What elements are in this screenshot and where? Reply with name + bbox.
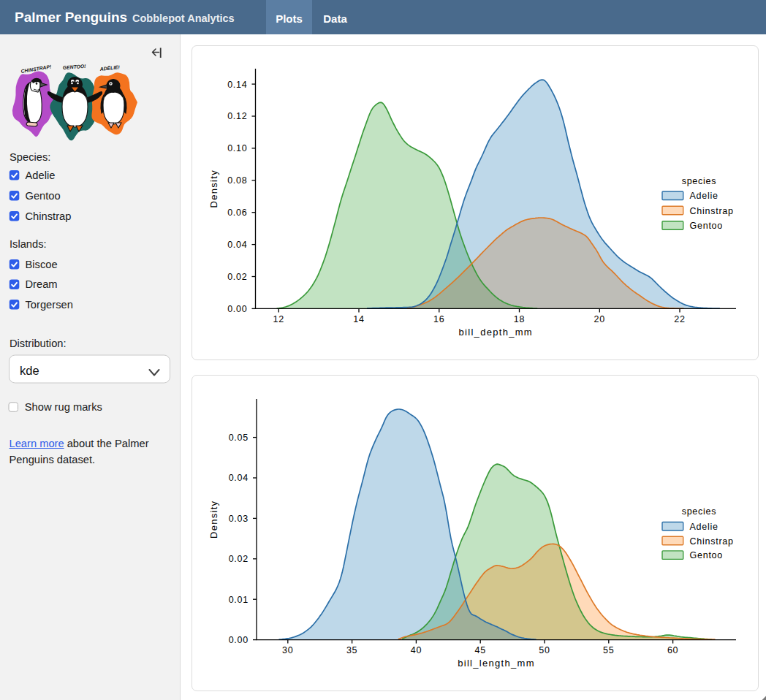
svg-text:Chinstrap: Chinstrap [26, 210, 72, 222]
svg-text:40: 40 [411, 645, 422, 655]
svg-text:12: 12 [273, 314, 284, 324]
svg-text:Gentoo: Gentoo [690, 550, 724, 560]
svg-text:ADĒLIE!: ADĒLIE! [99, 64, 120, 72]
svg-text:14: 14 [353, 314, 364, 324]
svg-text:Gentoo: Gentoo [690, 221, 724, 231]
svg-text:species: species [682, 506, 717, 517]
svg-text:0.05: 0.05 [229, 433, 249, 443]
svg-text:0.04: 0.04 [229, 473, 249, 483]
svg-text:kde: kde [20, 364, 39, 377]
svg-text:Adelie: Adelie [690, 191, 718, 201]
svg-text:GENTOO!: GENTOO! [63, 64, 87, 70]
svg-text:22: 22 [674, 314, 685, 324]
svg-text:55: 55 [603, 645, 614, 655]
svg-text:18: 18 [514, 314, 525, 324]
svg-text:0.03: 0.03 [229, 514, 249, 524]
svg-text:0.00: 0.00 [227, 304, 247, 314]
svg-text:60: 60 [667, 645, 678, 655]
svg-text:0.01: 0.01 [229, 595, 249, 605]
svg-text:bill_depth_mm: bill_depth_mm [459, 327, 533, 338]
svg-text:0.06: 0.06 [227, 208, 247, 218]
svg-text:16: 16 [433, 314, 444, 324]
svg-text:Biscoe: Biscoe [26, 259, 58, 270]
svg-text:35: 35 [346, 645, 357, 655]
svg-text:20: 20 [594, 314, 605, 324]
svg-text:Adelie: Adelie [26, 170, 56, 181]
svg-text:0.02: 0.02 [229, 554, 249, 564]
svg-text:Species:: Species: [10, 151, 50, 163]
svg-text:species: species [682, 176, 717, 186]
svg-text:45: 45 [474, 645, 485, 655]
svg-text:Chinstrap: Chinstrap [690, 536, 734, 547]
svg-text:Islands:: Islands: [10, 238, 47, 250]
svg-text:Dream: Dream [26, 278, 58, 290]
svg-text:0.02: 0.02 [227, 272, 247, 282]
svg-text:0.10: 0.10 [227, 143, 247, 153]
svg-text:0.08: 0.08 [227, 175, 247, 186]
svg-text:Distribution:: Distribution: [10, 338, 67, 349]
svg-text:Adelie: Adelie [690, 522, 718, 532]
svg-text:0.04: 0.04 [227, 240, 247, 250]
svg-text:Chinstrap: Chinstrap [690, 206, 734, 216]
svg-text:Density: Density [209, 170, 220, 208]
svg-text:bill_length_mm: bill_length_mm [458, 658, 535, 669]
svg-text:0.00: 0.00 [229, 635, 249, 645]
svg-text:Gentoo: Gentoo [26, 190, 61, 202]
svg-text:30: 30 [282, 645, 293, 655]
svg-text:50: 50 [539, 645, 550, 655]
svg-text:0.14: 0.14 [227, 80, 247, 90]
svg-text:Density: Density [209, 501, 220, 539]
svg-text:0.12: 0.12 [227, 111, 247, 121]
svg-text:Show rug marks: Show rug marks [25, 401, 102, 413]
svg-text:Torgersen: Torgersen [26, 299, 73, 311]
